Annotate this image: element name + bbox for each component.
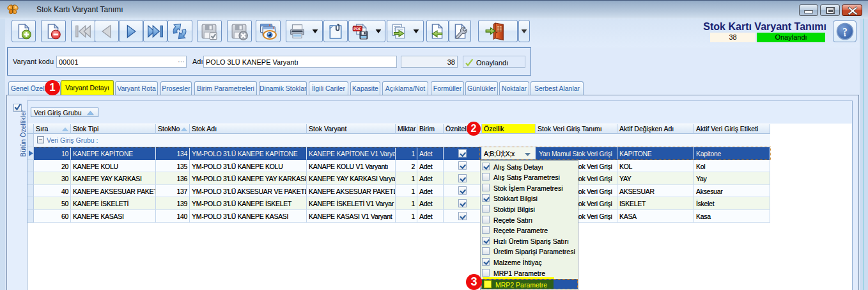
svg-text:PDF: PDF: [353, 26, 361, 30]
